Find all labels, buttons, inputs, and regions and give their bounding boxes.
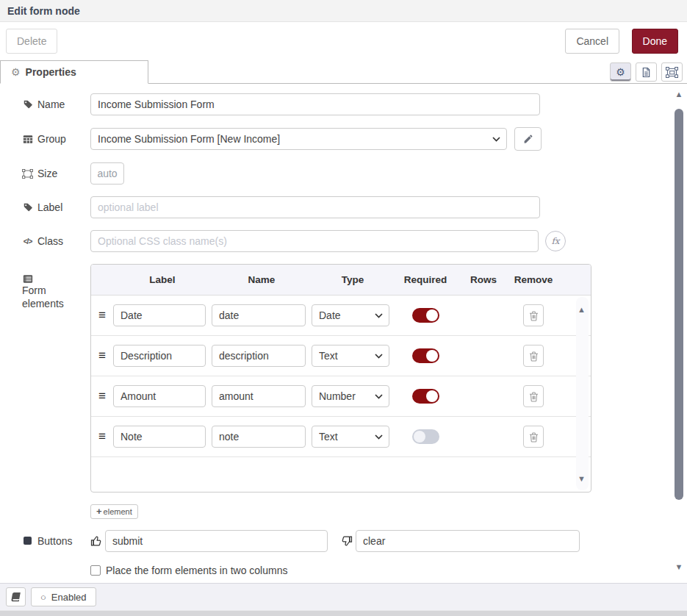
remove-element-button[interactable] xyxy=(523,385,544,407)
required-toggle[interactable] xyxy=(412,429,439,444)
document-icon xyxy=(641,67,651,78)
class-input[interactable] xyxy=(90,230,539,252)
status-circle-icon: ○ xyxy=(40,592,46,603)
node-help-button[interactable] xyxy=(6,587,26,606)
remove-element-button[interactable] xyxy=(523,426,544,448)
size-button[interactable]: auto xyxy=(90,162,124,185)
required-toggle[interactable] xyxy=(412,348,439,363)
scrollbar-thumb[interactable] xyxy=(675,109,683,500)
element-type-select[interactable]: Number xyxy=(312,385,389,407)
group-row: Group Income Submission Form [New Income… xyxy=(22,127,687,151)
element-label-input[interactable] xyxy=(113,385,206,407)
col-header-required: Required xyxy=(394,274,457,285)
edit-group-button[interactable] xyxy=(514,127,542,151)
appearance-tab-button[interactable] xyxy=(661,62,683,82)
remove-element-button[interactable] xyxy=(523,345,544,367)
list-icon xyxy=(22,274,33,284)
thumbs-down-icon xyxy=(341,535,353,547)
element-type-select[interactable]: Text xyxy=(312,345,389,367)
submit-button-label-input[interactable] xyxy=(105,530,328,552)
tab-bar: ⚙ Properties ⚙ xyxy=(0,60,687,84)
fx-button[interactable]: fx xyxy=(545,231,566,251)
size-label: Size xyxy=(22,168,90,179)
element-type-select[interactable]: Text xyxy=(312,426,389,448)
element-name-input[interactable] xyxy=(212,345,306,367)
drag-handle-icon[interactable]: ≡ xyxy=(91,308,113,323)
done-button[interactable]: Done xyxy=(632,29,678,54)
gear-icon: ⚙ xyxy=(616,66,625,78)
tag-icon xyxy=(22,202,33,212)
required-toggle[interactable] xyxy=(412,389,439,404)
trash-icon xyxy=(529,431,539,443)
dialog-footer: ○ Enabled xyxy=(0,583,687,610)
book-icon xyxy=(10,592,21,602)
gear-icon: ⚙ xyxy=(11,66,21,78)
name-row: Name xyxy=(22,93,687,115)
pencil-icon xyxy=(523,135,533,144)
remove-element-button[interactable] xyxy=(523,304,544,326)
enabled-toggle-button[interactable]: ○ Enabled xyxy=(31,587,96,606)
scroll-up-icon[interactable]: ▲ xyxy=(673,90,685,99)
two-columns-row: Place the form elements in two columns xyxy=(90,565,687,576)
form-elements-table-header: Label Name Type Required Rows Remove xyxy=(91,265,591,296)
col-header-remove: Remove xyxy=(510,274,557,285)
description-tab-button[interactable] xyxy=(636,62,657,82)
group-select-wrap: Income Submission Form [New Income] xyxy=(90,128,507,150)
size-row: Size auto xyxy=(22,162,687,185)
tab-properties[interactable]: ⚙ Properties xyxy=(0,60,148,84)
element-label-input[interactable] xyxy=(113,426,206,448)
delete-button[interactable]: Delete xyxy=(6,29,57,54)
form-elements-table: Label Name Type Required Rows Remove ≡ D… xyxy=(90,264,591,493)
scroll-down-icon[interactable]: ▼ xyxy=(578,475,586,483)
two-columns-checkbox[interactable] xyxy=(90,565,101,576)
scroll-down-icon[interactable]: ▼ xyxy=(673,563,685,571)
clear-button-label-input[interactable] xyxy=(356,530,580,552)
edit-form-node-dialog: Edit form node Delete Cancel Done ⚙ Prop… xyxy=(0,0,687,616)
trash-icon xyxy=(529,310,539,321)
form-element-row: ≡ Number xyxy=(91,376,591,417)
form-elements-table-body: ≡ Date ≡ Text xyxy=(91,296,591,492)
plus-icon: + xyxy=(96,506,102,517)
label-label: Label xyxy=(22,201,90,213)
form-elements-label: Form elements xyxy=(22,274,90,310)
drag-handle-icon[interactable]: ≡ xyxy=(91,389,113,404)
appearance-icon xyxy=(666,67,678,78)
element-name-input[interactable] xyxy=(212,385,306,407)
element-type-select[interactable]: Date xyxy=(312,304,389,326)
main-scrollbar[interactable]: ▲ ▼ xyxy=(673,86,685,571)
form-element-row: ≡ Text xyxy=(91,417,591,457)
scroll-up-icon[interactable]: ▲ xyxy=(578,306,586,314)
element-name-input[interactable] xyxy=(212,304,306,326)
col-header-name: Name xyxy=(212,274,312,285)
square-icon xyxy=(22,537,33,545)
tray-resize-edge[interactable] xyxy=(0,610,687,616)
required-toggle[interactable] xyxy=(412,308,439,323)
tab-properties-label: Properties xyxy=(26,66,76,78)
buttons-label: Buttons xyxy=(22,535,90,547)
code-icon: </> xyxy=(22,237,33,246)
class-row: </> Class fx xyxy=(22,230,687,252)
name-label: Name xyxy=(22,99,90,110)
drag-handle-icon[interactable]: ≡ xyxy=(91,429,113,444)
dialog-title: Edit form node xyxy=(0,0,687,22)
form-element-row: ≡ Text xyxy=(91,336,591,376)
form-element-row: ≡ Date xyxy=(91,296,591,336)
element-label-input[interactable] xyxy=(113,304,206,326)
table-icon xyxy=(22,135,33,144)
class-label: </> Class xyxy=(22,235,90,247)
group-select[interactable]: Income Submission Form [New Income] xyxy=(90,128,507,150)
tag-icon xyxy=(22,99,33,110)
element-name-input[interactable] xyxy=(212,426,306,448)
thumbs-up-icon xyxy=(90,535,102,547)
trash-icon xyxy=(529,351,539,362)
cancel-button[interactable]: Cancel xyxy=(565,29,619,54)
add-element-button[interactable]: + element xyxy=(90,504,138,519)
table-scrollbar[interactable]: ▲ ▼ xyxy=(576,297,589,490)
size-icon xyxy=(22,169,33,179)
element-label-input[interactable] xyxy=(113,345,206,367)
label-input[interactable] xyxy=(90,196,540,218)
properties-tab-button[interactable]: ⚙ xyxy=(610,62,631,82)
drag-handle-icon[interactable]: ≡ xyxy=(91,348,113,363)
col-header-label: Label xyxy=(113,274,212,285)
name-input[interactable] xyxy=(90,93,540,115)
